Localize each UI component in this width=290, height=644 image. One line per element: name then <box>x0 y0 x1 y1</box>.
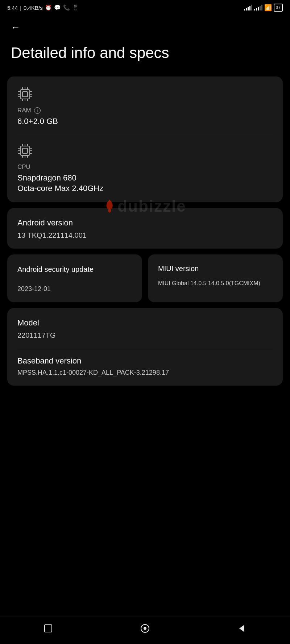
svg-rect-14 <box>20 146 30 155</box>
baseband-section: Baseband version MPSS.HA.1.1.c1-00027-KD… <box>17 356 273 377</box>
ram-chip-icon <box>17 87 33 102</box>
battery-icon: 37 <box>274 4 283 12</box>
ram-info-icon[interactable]: i <box>34 107 41 114</box>
time-display: 5:44 <box>7 5 18 11</box>
android-version-card: Android version 13 TKQ1.221114.001 <box>7 208 283 249</box>
miui-version-label: MIUI version <box>158 265 273 273</box>
signal-bars-1 <box>244 5 252 11</box>
cpu-section: CPU Snapdragon 680 Octa-core Max 2.40GHz <box>17 143 273 194</box>
cpu-chip-icon <box>17 143 33 158</box>
miui-version-card: MIUI version MIUI Global 14.0.5 14.0.5.0… <box>148 254 283 302</box>
svg-rect-1 <box>22 92 28 97</box>
svg-rect-28 <box>45 625 52 632</box>
security-update-value: 2023-12-01 <box>17 285 132 293</box>
home-icon <box>140 623 150 634</box>
ram-value: 6.0+2.0 GB <box>17 116 273 127</box>
separator: | <box>20 5 21 11</box>
security-update-label: Android security update <box>17 265 132 274</box>
wifi-icon: 📶 <box>264 4 272 12</box>
network-speed: 0.4KB/s <box>24 5 43 11</box>
nav-back-button[interactable] <box>236 623 247 635</box>
navigation-bar <box>0 616 290 644</box>
svg-point-30 <box>144 627 146 630</box>
nav-home-button[interactable] <box>140 623 150 635</box>
cpu-details: Octa-core Max 2.40GHz <box>17 183 273 194</box>
alarm-icon: ⏰ <box>45 4 52 11</box>
cpu-model: Snapdragon 680 <box>17 173 273 183</box>
page-title: Detailed info and specs <box>0 37 290 76</box>
ram-label: RAM i <box>17 107 273 114</box>
back-button[interactable]: ← <box>0 14 290 37</box>
messenger-icon: 💬 <box>54 4 61 11</box>
miui-version-value: MIUI Global 14.0.5 14.0.5.0(TGCMIXM) <box>158 279 273 288</box>
svg-rect-0 <box>20 90 30 99</box>
ram-cpu-card: RAM i 6.0+2.0 GB <box>7 76 283 202</box>
nav-recents-button[interactable] <box>43 623 54 635</box>
android-version-value: 13 TKQ1.221114.001 <box>17 230 273 240</box>
svg-marker-31 <box>239 625 244 632</box>
model-divider <box>17 348 273 348</box>
signal-bars-2 <box>254 5 262 11</box>
model-label: Model <box>17 318 273 328</box>
model-baseband-card: Model 2201117TG Baseband version MPSS.HA… <box>7 308 283 386</box>
cpu-label: CPU <box>17 163 273 171</box>
divider <box>17 135 273 135</box>
model-section: Model 2201117TG <box>17 318 273 340</box>
whatsapp-icon: 📱 <box>72 4 79 11</box>
baseband-value: MPSS.HA.1.1.c1-00027-KD_ALL_PACK-3.21298… <box>17 369 273 377</box>
recents-icon <box>43 623 54 634</box>
back-nav-icon <box>236 623 247 634</box>
model-value: 2201117TG <box>17 331 273 340</box>
battery-level: 37 <box>276 5 281 10</box>
android-version-label: Android version <box>17 218 273 228</box>
baseband-label: Baseband version <box>17 356 273 366</box>
status-bar: 5:44 | 0.4KB/s ⏰ 💬 📞 📱 📶 37 <box>0 0 290 14</box>
ram-section: RAM i 6.0+2.0 GB <box>17 87 273 127</box>
call-icon: 📞 <box>63 4 70 11</box>
svg-rect-15 <box>22 148 28 153</box>
status-right: 📶 37 <box>244 4 283 12</box>
status-left: 5:44 | 0.4KB/s ⏰ 💬 📞 📱 <box>7 4 79 11</box>
security-update-card: Android security update 2023-12-01 <box>7 254 142 302</box>
security-miui-row: Android security update 2023-12-01 MIUI … <box>7 254 283 302</box>
